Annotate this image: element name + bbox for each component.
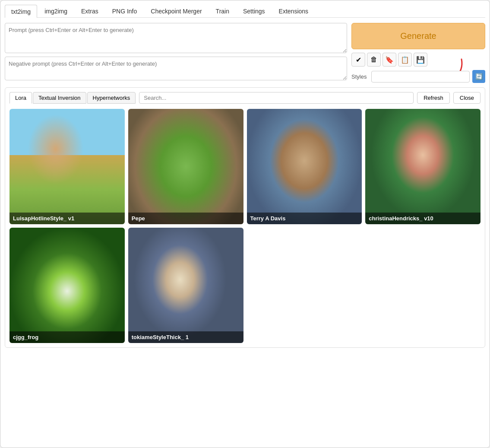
lora-card-4[interactable]: christinaHendricks_ v10 (365, 109, 481, 224)
card-label-1: LuisapHotlineStyle_ v1 (9, 213, 125, 224)
icon-row: ✔ 🗑 🔖 📋 💾 (351, 53, 485, 67)
generate-button[interactable]: Generate (351, 23, 485, 49)
lora-tab-lora[interactable]: Lora (9, 92, 32, 104)
card-label-3: Terry A Davis (247, 213, 362, 224)
lora-grid-top: LuisapHotlineStyle_ v1 Pepe Terry A Davi… (9, 109, 481, 224)
refresh-button[interactable]: Refresh (417, 92, 450, 104)
clipboard-icon-button[interactable]: 📋 (398, 53, 412, 67)
main-container: txt2img img2img Extras PNG Info Checkpoi… (0, 0, 490, 448)
card-label-5: cjgg_frog (9, 331, 125, 343)
lora-section: Lora Textual Inversion Hypernetworks Ref… (5, 87, 485, 348)
lora-card-empty-2 (365, 228, 481, 343)
tab-png-info[interactable]: PNG Info (106, 5, 144, 17)
tab-settings[interactable]: Settings (237, 5, 272, 17)
lora-card-6[interactable]: tokiameStyleThick_ 1 (128, 228, 243, 343)
clipboard-icon: 📋 (401, 56, 409, 64)
prompts-area (5, 23, 347, 83)
trash-icon: 🗑 (370, 56, 377, 64)
main-tabs: txt2img img2img Extras PNG Info Checkpoi… (5, 5, 485, 18)
tab-img2img[interactable]: img2img (38, 5, 74, 17)
trash-icon-button[interactable]: 🗑 (367, 53, 381, 67)
prompt-input[interactable] (5, 23, 347, 53)
styles-select-wrap (371, 71, 470, 83)
tab-checkpoint-merger[interactable]: Checkpoint Merger (144, 5, 208, 17)
check-icon: ✔ (356, 56, 361, 64)
styles-label: Styles (351, 73, 369, 80)
refresh-styles-button[interactable]: 🔄 (472, 70, 485, 83)
lora-card-3[interactable]: Terry A Davis (247, 109, 362, 224)
lora-card-2[interactable]: Pepe (128, 109, 243, 224)
tab-extensions[interactable]: Extensions (272, 5, 315, 17)
top-section: Generate ✔ 🗑 🔖 📋 💾 Styles (5, 23, 485, 83)
lora-tab-textual-inversion[interactable]: Textual Inversion (33, 92, 86, 104)
card-label-6: tokiameStyleThick_ 1 (128, 331, 243, 343)
negative-prompt-input[interactable] (5, 57, 347, 80)
bookmark-icon-button[interactable]: 🔖 (383, 53, 396, 67)
lora-grid-bottom: cjgg_frog tokiameStyleThick_ 1 (9, 228, 481, 343)
bookmark-icon: 🔖 (385, 56, 394, 64)
tab-train[interactable]: Train (209, 5, 236, 17)
tab-txt2img[interactable]: txt2img (5, 5, 37, 18)
save-icon: 💾 (416, 56, 425, 64)
tab-extras[interactable]: Extras (75, 5, 105, 17)
save-icon-button[interactable]: 💾 (414, 53, 427, 67)
refresh-icon: 🔄 (475, 73, 483, 80)
close-button[interactable]: Close (453, 92, 481, 104)
lora-card-empty-1 (247, 228, 362, 343)
lora-card-1[interactable]: LuisapHotlineStyle_ v1 (9, 109, 125, 224)
lora-tabs: Lora Textual Inversion Hypernetworks (9, 92, 136, 104)
lora-header: Lora Textual Inversion Hypernetworks Ref… (9, 92, 481, 104)
lora-card-5[interactable]: cjgg_frog (9, 228, 125, 343)
right-panel: Generate ✔ 🗑 🔖 📋 💾 Styles (351, 23, 485, 83)
card-label-4: christinaHendricks_ v10 (365, 213, 481, 224)
styles-row: Styles 🔄 (351, 70, 485, 83)
styles-select[interactable] (371, 71, 470, 83)
card-label-2: Pepe (128, 213, 243, 224)
search-input[interactable] (139, 92, 414, 104)
lora-tab-hypernetworks[interactable]: Hypernetworks (87, 92, 136, 104)
check-icon-button[interactable]: ✔ (351, 53, 365, 67)
